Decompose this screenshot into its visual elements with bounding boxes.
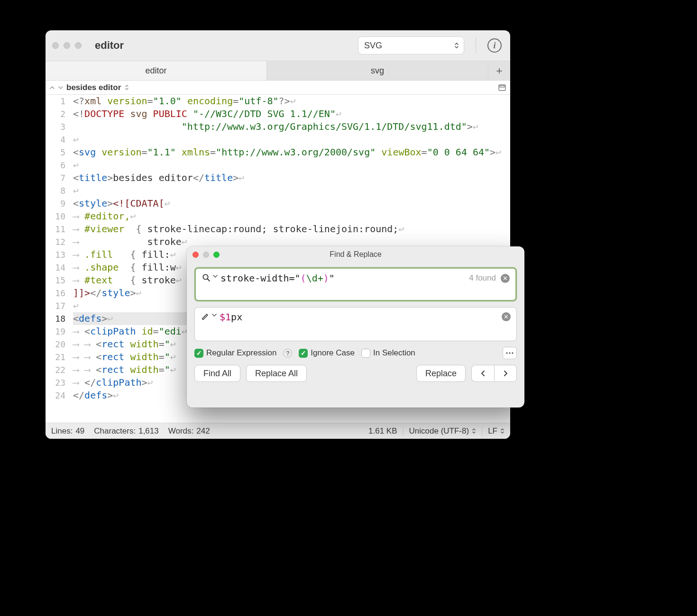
code-line[interactable]: 4↩ [73,133,510,146]
line-number: 10 [46,210,65,223]
plus-icon: ＋ [494,63,504,78]
syntax-selector-value: SVG [364,41,382,51]
code-line[interactable]: 11⟶ #viewer { stroke-linecap:round; stro… [73,223,510,236]
replace-input-text: $1px [220,311,242,323]
line-number: 13 [46,248,65,261]
line-number: 5 [46,146,65,159]
status-filesize: 1.61 KB [368,426,397,436]
titlebar: editor SVG i [46,30,510,61]
search-icon [202,273,211,282]
status-bar: Lines: 49 Characters: 1,613 Words: 242 1… [46,423,510,439]
chevron-updown-icon [454,42,459,49]
status-encoding: Unicode (UTF-8) [409,426,469,436]
match-count: 4 found [469,273,496,283]
chevron-down-icon[interactable] [213,274,218,278]
code-line[interactable]: 6↩ [73,159,510,172]
code-line[interactable]: 3 "http://www.w3.org/Graphics/SVG/1.1/DT… [73,120,510,133]
status-words-value: 242 [196,426,210,436]
chevron-down-icon[interactable] [58,85,64,90]
add-tab-button[interactable]: ＋ [488,61,510,80]
tab-editor[interactable]: editor [46,61,267,80]
clear-search-icon[interactable]: ✕ [501,274,510,283]
tab-svg[interactable]: svg [267,61,488,80]
close-window-icon[interactable] [193,252,199,258]
encoding-selector[interactable]: Unicode (UTF-8) [409,426,477,436]
line-number: 23 [46,376,65,389]
tab-label: svg [371,66,384,76]
line-number: 2 [46,108,65,120]
code-line[interactable]: 2<!DOCTYPE svg PUBLIC "-//W3C//DTD SVG 1… [73,108,510,120]
line-number: 18 [46,312,65,325]
find-title: Find & Replace [192,250,520,259]
chevron-updown-icon [472,428,476,434]
search-field[interactable]: stroke-width="(\d+)" 4 found ✕ [194,267,517,301]
line-number: 12 [46,236,65,248]
zoom-window-icon[interactable] [213,252,220,258]
replace-all-button[interactable]: Replace All [246,365,307,382]
clear-replace-icon[interactable]: ✕ [502,312,511,321]
line-number: 22 [46,363,65,376]
code-line[interactable]: 1<?xml version="1.0" encoding="utf-8"?>↩ [73,95,510,108]
code-line[interactable]: 9<style><![CDATA[↩ [73,197,510,210]
status-lines-label: Lines: [51,426,73,436]
find-all-button[interactable]: Find All [194,365,240,382]
minimize-window-icon[interactable] [64,42,70,49]
line-number: 11 [46,223,65,236]
find-window-controls [193,252,220,258]
svg-point-6 [512,352,513,353]
line-number: 9 [46,197,65,210]
status-chars-value: 1,613 [138,426,159,436]
checkbox-checked-icon[interactable] [194,349,203,358]
tab-label: editor [145,66,166,76]
breadcrumb-text[interactable]: besides editor [66,83,121,92]
zoom-window-icon[interactable] [75,42,82,49]
find-titlebar: Find & Replace [187,246,524,263]
divider [476,37,476,54]
find-buttons: Find All Replace All Replace [194,365,517,382]
next-match-button[interactable] [494,365,517,382]
line-number: 8 [46,184,65,197]
info-icon[interactable]: i [487,38,502,53]
option-in-selection[interactable]: In Selection [361,348,415,358]
window-controls [52,42,82,49]
line-number: 24 [46,389,65,402]
prev-match-button[interactable] [471,365,494,382]
code-line[interactable]: 10⟶ #editor,↩ [73,210,510,223]
checkbox-icon[interactable] [361,349,370,358]
svg-point-5 [509,352,510,353]
line-number: 7 [46,172,65,184]
close-window-icon[interactable] [52,42,59,49]
expand-icon[interactable] [498,83,506,92]
chevron-down-icon[interactable] [212,313,217,317]
line-number: 4 [46,133,65,146]
code-line[interactable]: 7<title>besides editor</title>↩ [73,172,510,184]
find-options: Regular Expression ? Ignore Case In Sele… [194,347,517,359]
status-lineendings: LF [488,426,497,436]
find-replace-panel: Find & Replace stroke-width="(\d+)" 4 fo… [187,246,524,408]
checkbox-checked-icon[interactable] [299,349,308,358]
line-endings-selector[interactable]: LF [488,426,504,436]
tabs-bar: editor svg ＋ [46,61,510,81]
line-number: 20 [46,338,65,351]
line-number: 21 [46,351,65,363]
chevron-updown-icon [500,428,504,434]
chevron-up-icon[interactable] [49,85,55,90]
replace-field[interactable]: $1px ✕ [194,307,517,341]
line-number: 6 [46,159,65,172]
search-input-text: stroke-width="(\d+)" [220,272,335,284]
option-ignore-case[interactable]: Ignore Case [299,348,355,358]
help-icon[interactable]: ? [283,349,292,358]
more-options-button[interactable] [503,347,517,359]
svg-line-3 [208,279,210,281]
code-line[interactable]: 8↩ [73,184,510,197]
replace-button[interactable]: Replace [416,365,466,382]
status-chars-label: Characters: [94,426,136,436]
code-line[interactable]: 5<svg version="1.1" xmlns="http://www.w3… [73,146,510,159]
minimize-window-icon[interactable] [203,252,209,258]
chevron-updown-icon[interactable] [125,84,129,91]
status-lines-value: 49 [75,426,84,436]
breadcrumb-bar: besides editor [46,81,510,95]
line-number: 19 [46,325,65,338]
syntax-selector[interactable]: SVG [358,36,464,54]
option-regex[interactable]: Regular Expression [194,348,276,358]
